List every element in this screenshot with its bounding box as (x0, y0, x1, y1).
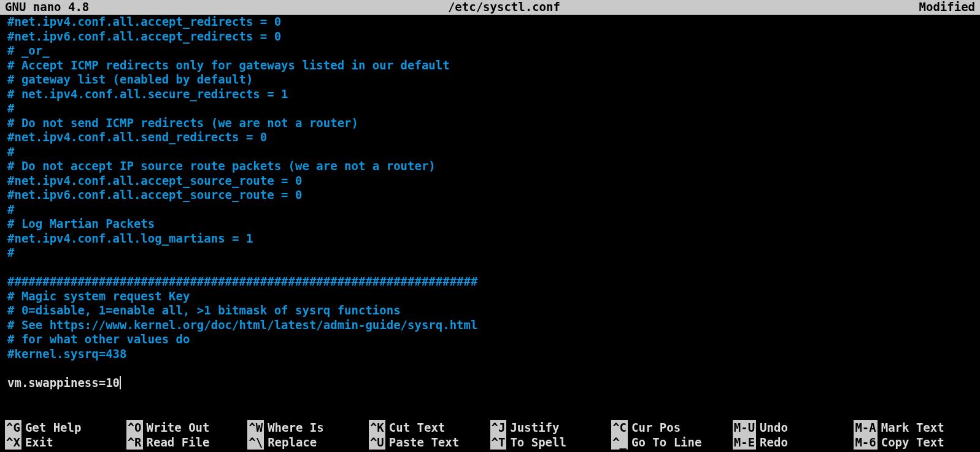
shortcut-label: Write Out (147, 420, 210, 435)
shortcut-exit[interactable]: ^XExit (5, 435, 126, 450)
file-line: # net.ipv4.conf.all.secure_redirects = 1 (7, 87, 288, 101)
file-line: # Log Martian Packets (7, 217, 155, 230)
shortcut-label: Read File (147, 435, 210, 450)
text-cursor (120, 376, 121, 389)
file-line: #net.ipv4.conf.all.accept_redirects = 0 (7, 15, 281, 28)
file-line: vm.swappiness=10 (7, 376, 120, 389)
shortcut-justify[interactable]: ^JJustify (490, 420, 612, 435)
file-line: # 0=disable, 1=enable all, >1 bitmask of… (7, 303, 401, 317)
file-line: #kernel.sysrq=438 (7, 347, 126, 360)
shortcut-label: Paste Text (389, 435, 459, 450)
file-line: # _or_ (7, 44, 50, 57)
nano-modified-status: Modified (919, 0, 976, 15)
nano-filename: /etc/sysctl.conf (448, 0, 560, 15)
shortcut-replace[interactable]: ^\Replace (247, 435, 369, 450)
shortcut-label: To Spell (510, 435, 566, 450)
shortcut-label: Cur Pos (631, 420, 681, 435)
shortcut-label: Where Is (268, 420, 324, 435)
shortcut-mark-text[interactable]: M-AMark Text (854, 420, 975, 435)
shortcut-label: Redo (760, 435, 788, 450)
file-line: # for what other values do (7, 332, 190, 346)
shortcut-get-help[interactable]: ^GGet Help (5, 420, 126, 435)
file-line: # (7, 246, 14, 259)
shortcut-key: ^K (369, 420, 385, 435)
shortcut-cur-pos[interactable]: ^CCur Pos (611, 420, 733, 435)
file-line: #net.ipv6.conf.all.accept_source_route =… (7, 188, 302, 201)
shortcut-label: Replace (268, 435, 317, 450)
file-line: # See https://www.kernel.org/doc/html/la… (7, 318, 477, 332)
shortcut-key: ^J (490, 420, 507, 435)
shortcut-paste-text[interactable]: ^UPaste Text (369, 435, 490, 450)
shortcut-key: ^X (5, 435, 21, 450)
shortcut-read-file[interactable]: ^RRead File (126, 435, 248, 450)
shortcut-key: ^R (126, 435, 143, 450)
nano-title-bar: GNU nano 4.8 /etc/sysctl.conf Modified (0, 0, 980, 15)
file-line: #net.ipv6.conf.all.accept_redirects = 0 (7, 29, 281, 43)
file-line: # (7, 145, 14, 158)
shortcut-where-is[interactable]: ^WWhere Is (247, 420, 369, 435)
shortcut-label: Justify (510, 420, 559, 435)
shortcut-key: ^\ (247, 435, 264, 450)
shortcut-label: Go To Line (631, 435, 701, 450)
shortcut-key: ^U (369, 435, 385, 450)
file-line: #net.ipv4.conf.all.accept_source_route =… (7, 174, 302, 187)
file-line: # Do not send ICMP redirects (we are not… (7, 116, 358, 130)
shortcut-key: ^_ (611, 435, 628, 450)
shortcut-copy-text[interactable]: M-6Copy Text (854, 435, 975, 450)
file-line: # gateway list (enabled by default) (7, 72, 253, 86)
shortcut-label: Exit (25, 435, 53, 450)
shortcut-write-out[interactable]: ^OWrite Out (126, 420, 248, 435)
file-line: ########################################… (7, 275, 477, 288)
editor-area[interactable]: #net.ipv4.conf.all.accept_redirects = 0 … (0, 15, 980, 390)
shortcut-key: ^C (611, 420, 628, 435)
shortcut-key: ^T (490, 435, 507, 450)
file-line: # (7, 101, 14, 115)
shortcut-key: M-U (733, 420, 756, 435)
file-line: # (7, 203, 14, 216)
shortcut-go-to-line[interactable]: ^_Go To Line (611, 435, 733, 450)
shortcut-bar: ^GGet Help^OWrite Out^WWhere Is^KCut Tex… (0, 420, 980, 452)
file-line: # Accept ICMP redirects only for gateway… (7, 58, 450, 72)
shortcut-key: ^G (5, 420, 21, 435)
file-line: #net.ipv4.conf.all.log_martians = 1 (7, 232, 253, 245)
shortcut-label: Copy Text (881, 435, 944, 450)
shortcut-undo[interactable]: M-UUndo (733, 420, 854, 435)
shortcut-label: Cut Text (389, 420, 446, 435)
shortcut-to-spell[interactable]: ^TTo Spell (490, 435, 612, 450)
shortcut-redo[interactable]: M-ERedo (733, 435, 854, 450)
shortcut-label: Mark Text (881, 420, 944, 435)
file-line: # Magic system request Key (7, 289, 190, 303)
shortcut-key: M-6 (854, 435, 877, 450)
nano-version: GNU nano 4.8 (5, 0, 89, 15)
file-line: #net.ipv4.conf.all.send_redirects = 0 (7, 130, 267, 144)
shortcut-label: Undo (760, 420, 788, 435)
shortcut-key: ^O (126, 420, 143, 435)
shortcut-key: M-A (854, 420, 877, 435)
shortcut-cut-text[interactable]: ^KCut Text (369, 420, 490, 435)
file-line: # Do not accept IP source route packets … (7, 159, 436, 173)
shortcut-key: M-E (733, 435, 756, 450)
shortcut-key: ^W (247, 420, 264, 435)
shortcut-label: Get Help (25, 420, 82, 435)
